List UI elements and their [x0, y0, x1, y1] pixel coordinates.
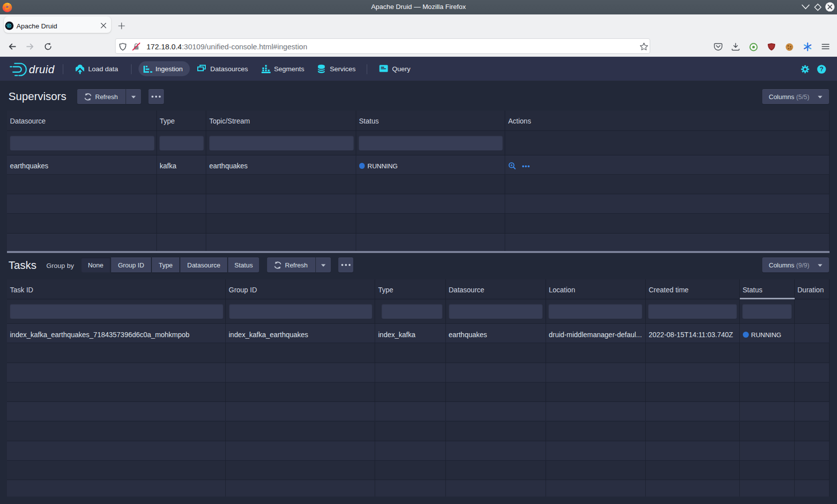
svg-text:?: ? [820, 66, 824, 73]
